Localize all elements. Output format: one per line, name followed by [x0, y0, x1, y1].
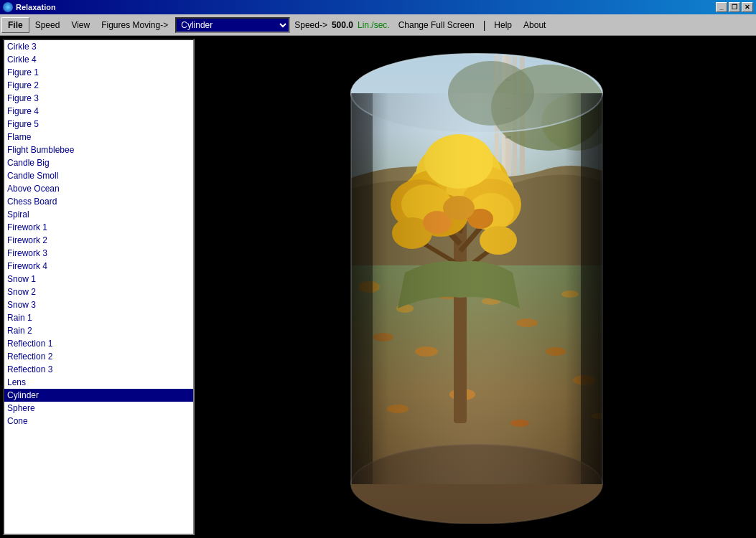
list-item[interactable]: Candle Smoll — [4, 169, 193, 182]
figure-select[interactable]: Cirkle 3Cirkle 4Figure 1Figure 2Figure 3… — [175, 17, 290, 33]
list-item[interactable]: Figure 1 — [4, 66, 193, 79]
list-item[interactable]: Rain 1 — [4, 311, 193, 324]
svg-rect-59 — [351, 93, 602, 484]
list-item[interactable]: Cirkle 3 — [4, 40, 193, 53]
restore-button[interactable]: ❐ — [729, 2, 740, 12]
list-item[interactable]: Lens — [4, 376, 193, 389]
list-item[interactable]: Reflection 3 — [4, 363, 193, 376]
speed-arrow-label: Speed-> — [291, 20, 330, 30]
list-item[interactable]: Cirkle 4 — [4, 53, 193, 66]
minimize-button[interactable]: _ — [716, 2, 727, 12]
main-content: Cirkle 3Cirkle 4Figure 1Figure 2Figure 3… — [0, 36, 756, 538]
help-menu[interactable]: Help — [488, 17, 518, 33]
list-item[interactable]: Above Ocean — [4, 182, 193, 195]
left-panel: Cirkle 3Cirkle 4Figure 1Figure 2Figure 3… — [0, 36, 197, 538]
list-item[interactable]: Candle Big — [4, 156, 193, 169]
list-item[interactable]: Sphere — [4, 402, 193, 415]
menu-bar: File Speed View Figures Moving-> Cirkle … — [0, 14, 756, 36]
right-panel — [197, 36, 756, 538]
list-item[interactable]: Firework 3 — [4, 247, 193, 260]
list-item[interactable]: Flight Bumblebee — [4, 143, 193, 156]
title-bar-left: Relaxation — [3, 2, 56, 12]
figure-dropdown-area: Cirkle 3Cirkle 4Figure 1Figure 2Figure 3… — [174, 17, 291, 33]
list-item[interactable]: Figure 3 — [4, 92, 193, 105]
list-item[interactable]: Firework 2 — [4, 234, 193, 247]
list-item[interactable]: Rain 2 — [4, 324, 193, 337]
list-items[interactable]: Cirkle 3Cirkle 4Figure 1Figure 2Figure 3… — [4, 40, 193, 534]
list-item[interactable]: Reflection 2 — [4, 350, 193, 363]
speed-value: 500.0 — [330, 20, 355, 30]
file-menu[interactable]: File — [1, 17, 29, 33]
list-item[interactable]: Figure 2 — [4, 79, 193, 92]
list-item[interactable]: Cone — [4, 415, 193, 428]
list-item[interactable]: Cylinder — [4, 389, 193, 402]
speed-unit: Lin./sec. — [355, 20, 393, 30]
cylinder-svg — [347, 50, 606, 524]
app-icon — [3, 2, 13, 12]
list-item[interactable]: Figure 4 — [4, 105, 193, 118]
list-item[interactable]: Spiral — [4, 208, 193, 221]
list-item[interactable]: Snow 1 — [4, 273, 193, 285]
cylinder-display — [347, 50, 606, 524]
title-bar: Relaxation _ ❐ ✕ — [0, 0, 756, 14]
change-fullscreen-button[interactable]: Change Full Screen — [393, 17, 480, 33]
title-bar-controls[interactable]: _ ❐ ✕ — [716, 2, 753, 12]
list-item[interactable]: Figure 5 — [4, 118, 193, 131]
list-item[interactable]: Snow 2 — [4, 285, 193, 298]
list-item[interactable]: Reflection 1 — [4, 337, 193, 350]
figures-moving-menu[interactable]: Figures Moving-> — [95, 17, 174, 33]
list-item[interactable]: Firework 1 — [4, 221, 193, 234]
list-item[interactable]: Snow 3 — [4, 298, 193, 311]
menu-separator: | — [480, 19, 489, 31]
speed-menu[interactable]: Speed — [29, 17, 66, 33]
list-item[interactable]: Chess Board — [4, 195, 193, 208]
list-item[interactable]: Flame — [4, 131, 193, 143]
window-title: Relaxation — [16, 3, 56, 11]
list-item[interactable]: Firework 4 — [4, 260, 193, 273]
view-menu[interactable]: View — [65, 17, 95, 33]
about-menu[interactable]: About — [518, 17, 551, 33]
close-button[interactable]: ✕ — [742, 2, 753, 12]
list-container: Cirkle 3Cirkle 4Figure 1Figure 2Figure 3… — [3, 39, 195, 535]
